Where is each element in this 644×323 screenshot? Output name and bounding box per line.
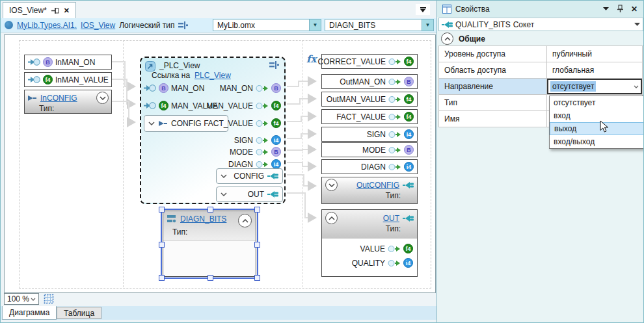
selection-handle[interactable] — [254, 242, 260, 248]
tab-diagram[interactable]: Диаграмма — [2, 306, 57, 320]
property-label[interactable]: Тип — [439, 95, 547, 111]
mapping-icon — [178, 21, 188, 29]
breadcrumb-view-link[interactable]: IOS_View — [81, 21, 115, 30]
plc-socket-config[interactable]: CONFIG — [216, 168, 283, 184]
output-block-outman-value[interactable]: OutMAN_VALUE f4 — [321, 92, 418, 107]
selection-handle[interactable] — [208, 207, 213, 213]
chevron-down-icon[interactable] — [634, 23, 640, 26]
dropdown-option[interactable]: вход/выход — [550, 135, 644, 148]
property-value[interactable]: глобальная — [547, 62, 643, 79]
collapse-button[interactable] — [325, 212, 338, 224]
type-badge: f4 — [403, 244, 413, 253]
object-state-icon — [5, 21, 13, 29]
output-block-correct-value[interactable]: CORRECT_VALUE f4 — [321, 54, 418, 69]
input-block-inman-on[interactable]: B InMAN_ON — [24, 55, 112, 70]
pin-icon[interactable] — [51, 7, 59, 14]
breadcrumb: MyLib.Types.AI1. IOS_View Логический тип… — [1, 18, 436, 32]
close-icon[interactable]: ✕ — [629, 4, 639, 14]
chevron-down-icon[interactable] — [31, 298, 36, 301]
editor-pane: IOS_View* ✕ MyLib.Types.AI1. IOS_View Ло… — [1, 1, 436, 323]
collapse-button[interactable] — [238, 214, 252, 227]
selection-handle[interactable] — [254, 275, 260, 281]
output-block-diagn[interactable]: DIAGN i4 — [321, 159, 418, 174]
chevron-down-icon[interactable] — [221, 192, 227, 196]
diagn-bits-block[interactable]: DIAGN_BITS Тип: — [163, 211, 256, 277]
collapse-button[interactable] — [325, 179, 338, 191]
outconfig-link[interactable]: OutCONFIG — [356, 181, 399, 190]
dropdown-option[interactable]: вход — [550, 109, 644, 122]
out-port-value[interactable]: VALUE f4 — [322, 239, 417, 255]
outconfig-block[interactable]: OutCONFIG Тип: — [321, 177, 418, 204]
diagn-bits-link[interactable]: DIAGN_BITS — [180, 214, 226, 224]
chevron-down-icon[interactable] — [221, 174, 227, 178]
plc-out-port-man-value[interactable]: MAN_VALUE f4 — [206, 100, 281, 111]
tab-ios-view[interactable]: IOS_View* ✕ — [3, 2, 76, 18]
inconfig-link[interactable]: InCONFIG — [40, 94, 77, 103]
object-selector-combo[interactable]: QUALITY_BITS Сокет — [438, 18, 643, 31]
output-port-icon — [388, 163, 401, 171]
property-label[interactable]: Направление — [439, 79, 547, 95]
properties-title: Свойства — [455, 5, 490, 14]
out-port-quality[interactable]: QUALITY i4 — [322, 255, 417, 268]
chevron-down-icon[interactable] — [634, 85, 639, 88]
property-row: Уровень доступа публичный — [439, 46, 644, 62]
panel-menu-icon[interactable] — [600, 4, 611, 14]
plug-icon — [158, 120, 168, 127]
direction-combo[interactable]: отсутствует — [547, 79, 642, 94]
port-label: QUALITY — [352, 259, 385, 268]
out-block[interactable]: OUT Тип: VALUE f4 QUALITY i4 — [321, 209, 418, 277]
tab-overflow-button[interactable] — [416, 4, 430, 15]
plc-out-port-fact-value[interactable]: FACT_VALUE f4 — [204, 118, 281, 129]
pin-icon[interactable] — [615, 4, 625, 14]
plc-view-block[interactable]: _PLC_View Ссылка на PLC_View B MAN_ON f4… — [140, 57, 286, 204]
collapse-button[interactable] — [441, 32, 453, 45]
library-file-combo[interactable]: MyLib.omx ▼ — [213, 19, 321, 31]
dropdown-option[interactable]: отсутствует — [550, 96, 644, 109]
breadcrumb-library-link[interactable]: MyLib.Types.AI1. — [17, 21, 77, 30]
input-block-inconfig[interactable]: InCONFIG Тип: — [24, 90, 112, 114]
output-block-outman-on[interactable]: OutMAN_ON B — [321, 74, 418, 89]
block-label: DIAGN — [361, 162, 386, 172]
diagram-canvas[interactable]: B InMAN_ON f4 InMAN_VALUE InCONFIG Тип: — [4, 34, 436, 293]
reference-text: Ссылка на — [152, 71, 190, 80]
property-label[interactable]: Имя — [439, 111, 547, 127]
output-block-mode[interactable]: MODE B — [321, 142, 418, 157]
plc-out-port-mode[interactable]: MODE B — [230, 146, 281, 157]
plc-socket-out[interactable]: OUT — [216, 187, 283, 202]
property-value[interactable]: публичный — [547, 46, 643, 62]
port-label: VALUE — [360, 244, 385, 253]
out-link[interactable]: OUT — [383, 214, 399, 223]
output-block-fact-value[interactable]: FACT_VALUE f4 — [321, 109, 418, 124]
type-badge: f4 — [404, 94, 414, 104]
output-block-sign[interactable]: SIGN i4 — [321, 127, 418, 142]
property-label[interactable]: Область доступа — [439, 62, 547, 79]
chevron-down-icon[interactable]: ▼ — [422, 19, 433, 31]
output-port-icon — [388, 146, 401, 154]
grid-snap-icon[interactable] — [44, 294, 54, 304]
port-label: OUT — [248, 190, 264, 199]
input-block-inman-value[interactable]: f4 InMAN_VALUE — [24, 72, 112, 87]
plc-view-reference-link[interactable]: PLC_View — [195, 71, 231, 80]
section-general[interactable]: Общие — [438, 32, 643, 45]
type-combo[interactable]: DIAGN_BITS ▼ — [325, 19, 434, 31]
selection-handle[interactable] — [208, 275, 213, 281]
chevron-down-icon[interactable]: ▼ — [309, 19, 321, 31]
type-combo-value: DIAGN_BITS — [325, 21, 422, 30]
property-label[interactable]: Уровень доступа — [439, 46, 547, 62]
chevron-down-icon[interactable] — [148, 122, 155, 125]
plc-in-port-man-on[interactable]: B MAN_ON — [144, 83, 204, 94]
collapse-button[interactable] — [96, 92, 109, 104]
zoom-combo[interactable]: 100 % — [4, 293, 39, 305]
output-port-icon — [256, 136, 269, 144]
selection-handle[interactable] — [159, 242, 165, 248]
close-icon[interactable]: ✕ — [64, 6, 70, 15]
plc-out-port-sign[interactable]: SIGN i4 — [234, 135, 281, 146]
type-badge: f4 — [271, 118, 281, 128]
selection-handle[interactable] — [254, 207, 260, 213]
dropdown-option-hovered[interactable]: выход — [550, 122, 644, 135]
type-badge: B — [43, 57, 53, 67]
selection-handle[interactable] — [159, 207, 165, 213]
tab-table[interactable]: Таблица — [57, 307, 101, 319]
selection-handle[interactable] — [159, 275, 165, 281]
plc-out-port-man-on[interactable]: MAN_ON B — [220, 83, 281, 94]
